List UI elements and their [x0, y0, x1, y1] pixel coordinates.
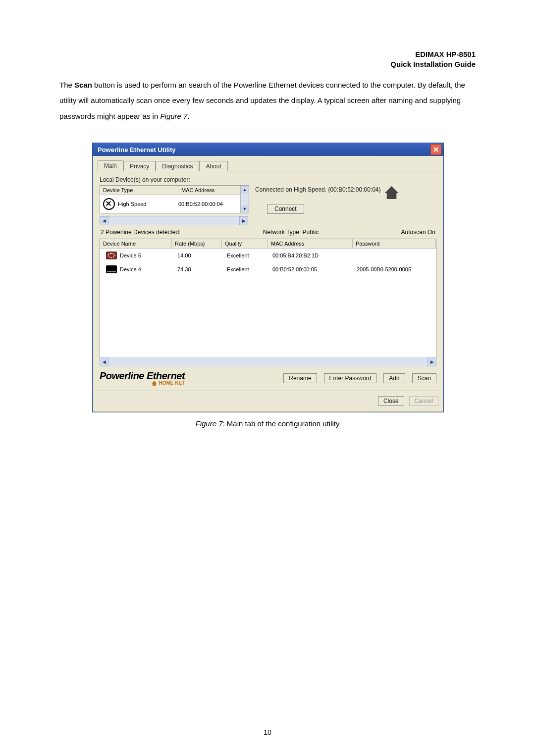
brand-line2: HOME NET [159, 381, 185, 386]
intro-t3: . [187, 112, 189, 120]
col-rate[interactable]: Rate (Mbps) [172, 239, 222, 248]
device-mac: 00:05:B4:20:B2:1D [269, 252, 354, 258]
device-icon [106, 252, 117, 259]
figure-caption: Figure 7: Main tab of the configuration … [92, 419, 443, 428]
autoscan-text: Autoscan On [401, 229, 435, 236]
table-row[interactable]: Device 5 14.00 Excellent 00:05:B4:20:B2:… [100, 249, 436, 262]
device-quality: Excellent [224, 266, 269, 272]
intro-paragraph: The Scan button is used to perform an se… [59, 77, 476, 124]
local-table-scrollbar[interactable]: ▲ ▼ [240, 186, 249, 213]
brand-logo: Powerline Ethernet HOME NET [100, 371, 185, 386]
remote-horizontal-scrollbar[interactable]: ◀ ▶ [100, 358, 436, 366]
chevron-up-icon[interactable]: ▲ [241, 186, 249, 194]
tab-privacy[interactable]: Privacy [123, 161, 156, 171]
intro-figref: Figure 7 [160, 112, 187, 120]
device-quality: Excellent [224, 252, 269, 258]
col-device-name[interactable]: Device Name [100, 239, 172, 248]
col-mac[interactable]: MAC Address [268, 239, 353, 248]
devices-detected-text: 2 Powerline Devices detected: [101, 229, 180, 236]
cancel-button: Cancel [409, 396, 438, 406]
dialog-footer: Close Cancel [93, 391, 443, 412]
home-icon [385, 186, 399, 199]
status-row: 2 Powerline Devices detected: Network Ty… [101, 229, 435, 236]
device-icon [106, 265, 117, 273]
doc-header: EDIMAX HP-8501 Quick Installation Guide [59, 50, 476, 70]
chevron-left-icon[interactable]: ◀ [100, 216, 108, 225]
window-title: Powerline Ethernet Utility [98, 146, 175, 153]
local-devices-table: Device Type MAC Address High Speed 00:B0… [100, 185, 249, 213]
enter-password-button[interactable]: Enter Password [324, 373, 377, 383]
chevron-down-icon[interactable]: ▼ [241, 205, 249, 213]
col-password[interactable]: Password [353, 239, 436, 248]
tab-row: Main Privacy Diagnostics About [93, 156, 443, 171]
device-type-icon [103, 198, 115, 210]
scroll-track[interactable] [108, 357, 428, 366]
doc-header-line2: Quick Installation Guide [59, 59, 476, 69]
titlebar: Powerline Ethernet Utility [93, 143, 443, 156]
remote-devices-table: Device Name Rate (Mbps) Quality MAC Addr… [100, 239, 436, 358]
home-icon [152, 381, 157, 386]
local-header-mac[interactable]: MAC Address [178, 186, 240, 195]
chevron-right-icon[interactable]: ▶ [239, 216, 248, 225]
intro-t1: The [59, 81, 74, 89]
table-row[interactable]: Device 4 74.38 Excellent 00:B0:52:00:00:… [100, 262, 436, 276]
doc-header-line1: EDIMAX HP-8501 [59, 50, 476, 59]
scroll-track[interactable] [108, 216, 239, 225]
close-button[interactable]: Close [378, 396, 404, 406]
add-button[interactable]: Add [383, 373, 405, 383]
device-name: Device 5 [120, 252, 141, 258]
local-device-mac: 00:B0:52:00:00:04 [178, 201, 237, 207]
tab-body: Local Device(s) on your computer: Device… [98, 171, 438, 386]
device-password: 2005-00B0-5200-0005 [354, 266, 433, 272]
scan-button[interactable]: Scan [412, 373, 436, 383]
screenshot: Powerline Ethernet Utility Main Privacy … [92, 143, 443, 428]
chevron-left-icon[interactable]: ◀ [100, 357, 108, 366]
local-device-type: High Speed [118, 201, 175, 207]
device-rate: 74.38 [174, 266, 224, 272]
caption-figref: Figure 7 [196, 419, 223, 428]
tab-diagnostics[interactable]: Diagnostics [156, 161, 199, 171]
device-mac: 00:B0:52:00:00:05 [269, 266, 354, 272]
intro-t2: button is used to perform an search of t… [59, 81, 465, 120]
local-device-row[interactable]: High Speed 00:B0:52:00:00:04 [100, 195, 240, 213]
intro-scan-word: Scan [74, 81, 92, 89]
col-quality[interactable]: Quality [222, 239, 268, 248]
device-name: Device 4 [120, 266, 141, 272]
local-devices-label: Local Device(s) on your computer: [100, 176, 436, 183]
local-header-type[interactable]: Device Type [100, 186, 178, 195]
caption-rest: : Main tab of the configuration utility [223, 419, 340, 428]
local-horizontal-scrollbar[interactable]: ◀ ▶ [100, 217, 248, 225]
device-rate: 14.00 [174, 252, 224, 258]
close-icon[interactable] [430, 144, 441, 155]
tab-about[interactable]: About [199, 161, 227, 171]
rename-button[interactable]: Rename [283, 373, 317, 383]
utility-window: Powerline Ethernet Utility Main Privacy … [92, 143, 444, 412]
connected-status-text: Connected on High Speed. (00:B0:52:00:00… [255, 186, 381, 193]
network-type-text: Network Type: Public [263, 229, 319, 236]
page-number: 10 [0, 728, 535, 736]
tab-main[interactable]: Main [98, 160, 123, 171]
chevron-right-icon[interactable]: ▶ [428, 357, 436, 366]
connect-button[interactable]: Connect [267, 204, 304, 214]
brand-line1: Powerline Ethernet [100, 371, 185, 381]
